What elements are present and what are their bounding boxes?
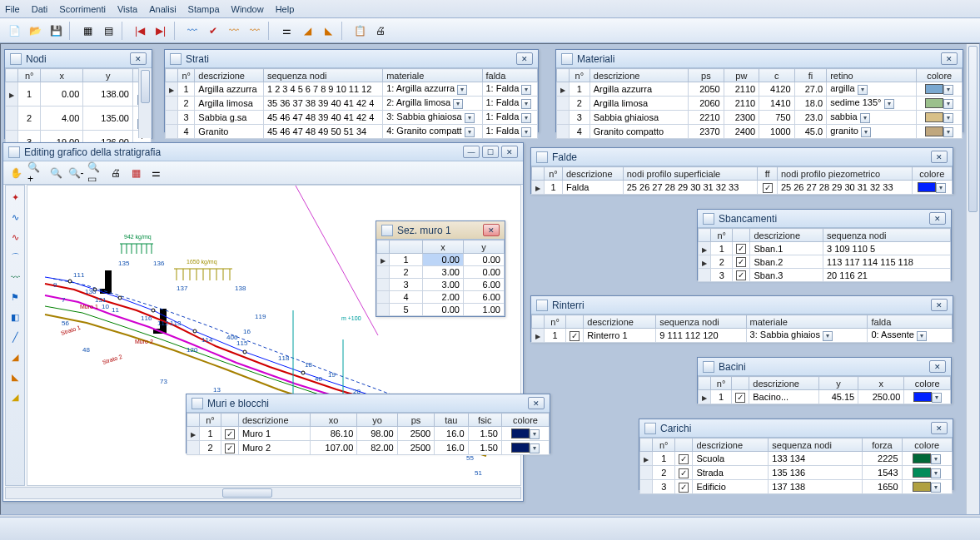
vt-flag[interactable]: ⚑ xyxy=(7,289,23,305)
win-title-nodi: Nodi xyxy=(26,53,127,65)
vt-wedge[interactable]: ◢ xyxy=(7,349,23,365)
svg-text:56: 56 xyxy=(62,320,69,327)
svg-text:111: 111 xyxy=(73,271,85,279)
close-icon[interactable]: ✕ xyxy=(929,212,946,225)
vt-curve2[interactable]: ∿ xyxy=(7,229,23,245)
close-icon[interactable]: ✕ xyxy=(516,52,533,65)
close-icon[interactable]: ✕ xyxy=(931,299,948,311)
win-title-sbancamenti: Sbancamenti xyxy=(719,213,927,225)
vertical-toolbar: ✦ ∿ ∿ ⌒ 〰 ⚑ ◧ ╱ ◢ ◣ ◢ xyxy=(5,185,25,486)
mdi-vscrollbar[interactable] xyxy=(966,44,979,514)
vt-wedge3[interactable]: ◢ xyxy=(7,389,23,405)
gt-zoomin[interactable]: 🔍+ xyxy=(27,164,45,182)
win-title-rinterri: Rinterri xyxy=(552,300,928,311)
svg-text:113: 113 xyxy=(170,320,182,327)
grid-sbancamenti[interactable]: n°descrizionesequenza nodi 1Sban.13 109 … xyxy=(698,228,951,282)
svg-text:112: 112 xyxy=(157,320,169,327)
svg-point-25 xyxy=(68,280,72,283)
vt-curve3[interactable]: ⌒ xyxy=(7,249,23,265)
svg-point-27 xyxy=(118,296,122,300)
maximize-icon[interactable]: ☐ xyxy=(482,146,499,158)
gt-zoomfit[interactable]: 🔍 xyxy=(47,164,65,182)
win-title-sezmuro: Sez. muro 1 xyxy=(397,225,480,236)
tb-new[interactable]: 📄 xyxy=(5,22,23,40)
gt-zoomwin[interactable]: 🔍▭ xyxy=(87,164,105,182)
svg-text:48: 48 xyxy=(82,346,90,354)
main-toolbar: 📄 📂 💾 ▦ ▤ |◀ ▶| 〰 ✔ 〰 〰 ⚌ ◢ ◣ 📋 🖨 xyxy=(0,18,980,43)
vt-wave[interactable]: 〰 xyxy=(7,269,23,285)
minimize-icon[interactable]: — xyxy=(463,146,480,158)
svg-text:51: 51 xyxy=(475,469,482,477)
tb-last[interactable]: ▶| xyxy=(152,22,170,40)
gt-layers[interactable]: ▦ xyxy=(127,164,145,182)
tb-curve3[interactable]: 〰 xyxy=(246,22,264,40)
grid-sezmuro[interactable]: xy 10.000.00 23.000.00 33.006.00 42.006.… xyxy=(376,240,505,316)
window-sbancamenti: Sbancamenti✕ n°descrizionesequenza nodi … xyxy=(697,209,952,280)
vt-shape[interactable]: ◧ xyxy=(7,309,23,325)
window-sezmuro: Sez. muro 1✕ xy 10.000.00 23.000.00 33.0… xyxy=(376,220,505,317)
menu-file[interactable]: File xyxy=(5,4,20,14)
gt-sliders[interactable]: ⚌ xyxy=(147,164,165,182)
close-icon[interactable]: ✕ xyxy=(931,151,948,163)
menu-stampa[interactable]: Stampa xyxy=(188,4,220,14)
menu-window[interactable]: Window xyxy=(231,4,264,14)
svg-text:m +100: m +100 xyxy=(341,315,361,321)
close-icon[interactable]: ✕ xyxy=(941,52,958,65)
vt-wedge2[interactable]: ◣ xyxy=(7,369,23,385)
window-carichi: Carichi✕ n°descrizionesequenza nodiforza… xyxy=(639,419,953,490)
tb-wedge2[interactable]: ◣ xyxy=(319,22,337,40)
tb-print[interactable]: 🖨 xyxy=(371,22,390,40)
tb-grid1[interactable]: ▦ xyxy=(78,22,97,40)
tb-open[interactable]: 📂 xyxy=(26,22,44,40)
tb-check[interactable]: ✔ xyxy=(204,22,222,40)
gt-print[interactable]: 🖨 xyxy=(107,164,125,182)
tb-curve1[interactable]: 〰 xyxy=(183,22,201,40)
scrollbar-nodi[interactable] xyxy=(138,68,152,138)
win-icon xyxy=(10,53,22,65)
close-icon[interactable]: ✕ xyxy=(528,397,545,409)
tb-curve2[interactable]: 〰 xyxy=(225,22,243,40)
gt-hand[interactable]: ✋ xyxy=(7,164,25,182)
menu-help[interactable]: Help xyxy=(276,4,295,14)
grid-rinterri[interactable]: n°descrizionesequenza nodimaterialefalda… xyxy=(531,315,953,343)
hscrollbar-editing[interactable] xyxy=(5,487,521,499)
tb-save[interactable]: 💾 xyxy=(47,22,65,40)
menu-analisi[interactable]: Analisi xyxy=(149,4,176,14)
tb-wedge1[interactable]: ◢ xyxy=(298,22,316,40)
svg-text:11: 11 xyxy=(112,306,119,314)
window-rinterri: Rinterri✕ n°descrizionesequenza nodimate… xyxy=(530,295,953,342)
grid-muri[interactable]: n°descrizionexoyopstaufsiccolore 1Muro 1… xyxy=(187,413,550,455)
close-icon[interactable]: ✕ xyxy=(130,52,147,65)
gt-zoomout[interactable]: 🔍- xyxy=(67,164,85,182)
win-icon xyxy=(170,53,182,65)
menu-vista[interactable]: Vista xyxy=(117,4,137,14)
svg-text:9: 9 xyxy=(53,281,57,289)
svg-text:120: 120 xyxy=(187,346,198,354)
checkbox-ff[interactable] xyxy=(763,183,773,193)
tb-grid2[interactable]: ▤ xyxy=(99,22,117,40)
svg-text:18: 18 xyxy=(305,361,312,369)
svg-text:Muro 2: Muro 2 xyxy=(135,339,153,344)
close-icon[interactable]: ✕ xyxy=(483,224,500,236)
menu-scorrimenti[interactable]: Scorrimenti xyxy=(59,4,106,14)
svg-text:137: 137 xyxy=(177,285,188,292)
svg-text:942 kg/mq: 942 kg/mq xyxy=(124,234,152,240)
grid-bacini[interactable]: n°descrizioneyxcolore 1Bacino...45.15250… xyxy=(698,376,951,404)
grid-materiali[interactable]: n°descrizionepspwcfiretinocolore 1Argill… xyxy=(556,68,963,139)
tb-copy[interactable]: 📋 xyxy=(351,22,369,40)
grid-carichi[interactable]: n°descrizionesequenza nodiforzacolore 1S… xyxy=(639,438,953,494)
close-icon[interactable]: ✕ xyxy=(931,422,948,434)
vt-target[interactable]: ✦ xyxy=(7,189,23,206)
menu-dati[interactable]: Dati xyxy=(32,4,48,14)
grid-falde[interactable]: n°descrizionenodi profilo superficialeff… xyxy=(531,166,953,195)
tb-first[interactable]: |◀ xyxy=(131,22,149,40)
svg-point-29 xyxy=(193,329,196,333)
window-materiali: Materiali✕ n°descrizionepspwcfiretinocol… xyxy=(555,49,963,132)
grid-strati[interactable]: n°descrizionesequenza nodimaterialefalda… xyxy=(165,68,538,139)
vt-line[interactable]: ╱ xyxy=(7,329,23,345)
close-icon[interactable]: ✕ xyxy=(929,360,946,373)
svg-point-30 xyxy=(243,350,246,354)
close-icon[interactable]: ✕ xyxy=(501,146,518,158)
vt-curve1[interactable]: ∿ xyxy=(7,209,23,225)
tb-sliders[interactable]: ⚌ xyxy=(277,22,296,40)
